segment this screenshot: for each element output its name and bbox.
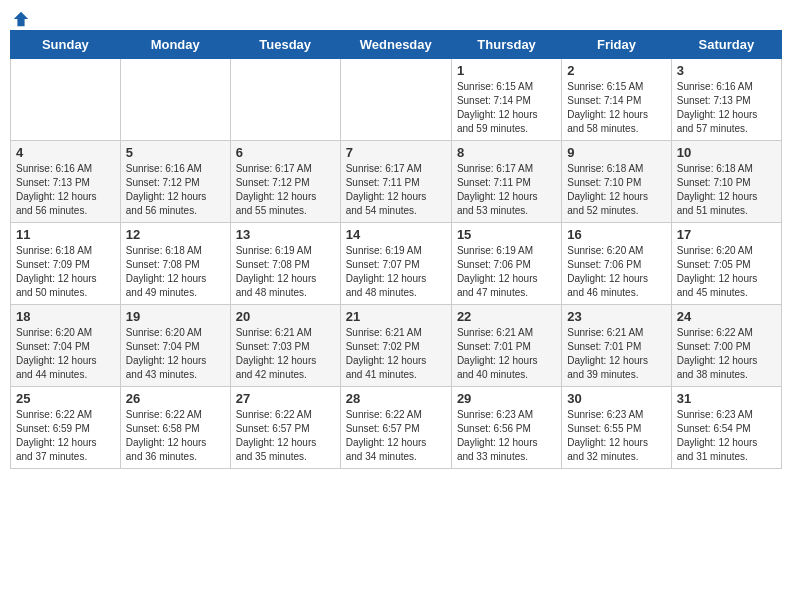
day-number: 14 — [346, 227, 446, 242]
calendar-cell — [230, 59, 340, 141]
calendar-cell: 21Sunrise: 6:21 AM Sunset: 7:02 PM Dayli… — [340, 305, 451, 387]
calendar-table: SundayMondayTuesdayWednesdayThursdayFrid… — [10, 30, 782, 469]
day-info: Sunrise: 6:15 AM Sunset: 7:14 PM Dayligh… — [457, 80, 556, 136]
day-info: Sunrise: 6:18 AM Sunset: 7:10 PM Dayligh… — [677, 162, 776, 218]
day-number: 26 — [126, 391, 225, 406]
day-info: Sunrise: 6:23 AM Sunset: 6:55 PM Dayligh… — [567, 408, 665, 464]
calendar-cell: 4Sunrise: 6:16 AM Sunset: 7:13 PM Daylig… — [11, 141, 121, 223]
day-number: 21 — [346, 309, 446, 324]
calendar-cell: 13Sunrise: 6:19 AM Sunset: 7:08 PM Dayli… — [230, 223, 340, 305]
day-info: Sunrise: 6:23 AM Sunset: 6:56 PM Dayligh… — [457, 408, 556, 464]
day-header-friday: Friday — [562, 31, 671, 59]
calendar-week-row: 4Sunrise: 6:16 AM Sunset: 7:13 PM Daylig… — [11, 141, 782, 223]
day-header-monday: Monday — [120, 31, 230, 59]
day-number: 10 — [677, 145, 776, 160]
day-info: Sunrise: 6:22 AM Sunset: 7:00 PM Dayligh… — [677, 326, 776, 382]
calendar-cell: 8Sunrise: 6:17 AM Sunset: 7:11 PM Daylig… — [451, 141, 561, 223]
calendar-cell: 1Sunrise: 6:15 AM Sunset: 7:14 PM Daylig… — [451, 59, 561, 141]
day-info: Sunrise: 6:22 AM Sunset: 6:57 PM Dayligh… — [346, 408, 446, 464]
day-info: Sunrise: 6:17 AM Sunset: 7:11 PM Dayligh… — [346, 162, 446, 218]
day-info: Sunrise: 6:18 AM Sunset: 7:08 PM Dayligh… — [126, 244, 225, 300]
day-header-saturday: Saturday — [671, 31, 781, 59]
calendar-cell: 24Sunrise: 6:22 AM Sunset: 7:00 PM Dayli… — [671, 305, 781, 387]
calendar-cell: 25Sunrise: 6:22 AM Sunset: 6:59 PM Dayli… — [11, 387, 121, 469]
day-number: 8 — [457, 145, 556, 160]
day-number: 13 — [236, 227, 335, 242]
calendar-cell — [120, 59, 230, 141]
day-info: Sunrise: 6:19 AM Sunset: 7:06 PM Dayligh… — [457, 244, 556, 300]
calendar-cell: 2Sunrise: 6:15 AM Sunset: 7:14 PM Daylig… — [562, 59, 671, 141]
calendar-cell: 19Sunrise: 6:20 AM Sunset: 7:04 PM Dayli… — [120, 305, 230, 387]
day-info: Sunrise: 6:19 AM Sunset: 7:07 PM Dayligh… — [346, 244, 446, 300]
calendar-cell: 17Sunrise: 6:20 AM Sunset: 7:05 PM Dayli… — [671, 223, 781, 305]
day-info: Sunrise: 6:22 AM Sunset: 6:58 PM Dayligh… — [126, 408, 225, 464]
day-info: Sunrise: 6:15 AM Sunset: 7:14 PM Dayligh… — [567, 80, 665, 136]
day-number: 2 — [567, 63, 665, 78]
day-number: 28 — [346, 391, 446, 406]
day-info: Sunrise: 6:20 AM Sunset: 7:06 PM Dayligh… — [567, 244, 665, 300]
calendar-cell: 15Sunrise: 6:19 AM Sunset: 7:06 PM Dayli… — [451, 223, 561, 305]
calendar-body: 1Sunrise: 6:15 AM Sunset: 7:14 PM Daylig… — [11, 59, 782, 469]
day-number: 11 — [16, 227, 115, 242]
day-number: 20 — [236, 309, 335, 324]
day-number: 31 — [677, 391, 776, 406]
day-info: Sunrise: 6:19 AM Sunset: 7:08 PM Dayligh… — [236, 244, 335, 300]
day-number: 16 — [567, 227, 665, 242]
day-header-wednesday: Wednesday — [340, 31, 451, 59]
day-info: Sunrise: 6:21 AM Sunset: 7:02 PM Dayligh… — [346, 326, 446, 382]
day-number: 3 — [677, 63, 776, 78]
day-number: 7 — [346, 145, 446, 160]
calendar-week-row: 1Sunrise: 6:15 AM Sunset: 7:14 PM Daylig… — [11, 59, 782, 141]
calendar-week-row: 18Sunrise: 6:20 AM Sunset: 7:04 PM Dayli… — [11, 305, 782, 387]
calendar-cell: 27Sunrise: 6:22 AM Sunset: 6:57 PM Dayli… — [230, 387, 340, 469]
calendar-cell: 10Sunrise: 6:18 AM Sunset: 7:10 PM Dayli… — [671, 141, 781, 223]
logo-icon — [12, 10, 30, 28]
day-info: Sunrise: 6:21 AM Sunset: 7:03 PM Dayligh… — [236, 326, 335, 382]
day-info: Sunrise: 6:16 AM Sunset: 7:12 PM Dayligh… — [126, 162, 225, 218]
day-number: 15 — [457, 227, 556, 242]
day-number: 5 — [126, 145, 225, 160]
logo — [10, 10, 30, 22]
day-info: Sunrise: 6:20 AM Sunset: 7:05 PM Dayligh… — [677, 244, 776, 300]
day-header-sunday: Sunday — [11, 31, 121, 59]
day-header-thursday: Thursday — [451, 31, 561, 59]
day-number: 23 — [567, 309, 665, 324]
calendar-cell: 12Sunrise: 6:18 AM Sunset: 7:08 PM Dayli… — [120, 223, 230, 305]
calendar-cell: 23Sunrise: 6:21 AM Sunset: 7:01 PM Dayli… — [562, 305, 671, 387]
day-number: 22 — [457, 309, 556, 324]
calendar-cell: 29Sunrise: 6:23 AM Sunset: 6:56 PM Dayli… — [451, 387, 561, 469]
calendar-cell: 11Sunrise: 6:18 AM Sunset: 7:09 PM Dayli… — [11, 223, 121, 305]
day-info: Sunrise: 6:17 AM Sunset: 7:11 PM Dayligh… — [457, 162, 556, 218]
calendar-cell: 16Sunrise: 6:20 AM Sunset: 7:06 PM Dayli… — [562, 223, 671, 305]
day-number: 19 — [126, 309, 225, 324]
calendar-cell: 30Sunrise: 6:23 AM Sunset: 6:55 PM Dayli… — [562, 387, 671, 469]
calendar-week-row: 11Sunrise: 6:18 AM Sunset: 7:09 PM Dayli… — [11, 223, 782, 305]
calendar-cell: 14Sunrise: 6:19 AM Sunset: 7:07 PM Dayli… — [340, 223, 451, 305]
calendar-week-row: 25Sunrise: 6:22 AM Sunset: 6:59 PM Dayli… — [11, 387, 782, 469]
day-number: 24 — [677, 309, 776, 324]
calendar-header-row: SundayMondayTuesdayWednesdayThursdayFrid… — [11, 31, 782, 59]
day-info: Sunrise: 6:20 AM Sunset: 7:04 PM Dayligh… — [126, 326, 225, 382]
calendar-cell: 6Sunrise: 6:17 AM Sunset: 7:12 PM Daylig… — [230, 141, 340, 223]
calendar-cell — [340, 59, 451, 141]
calendar-cell: 3Sunrise: 6:16 AM Sunset: 7:13 PM Daylig… — [671, 59, 781, 141]
day-number: 6 — [236, 145, 335, 160]
calendar-cell: 28Sunrise: 6:22 AM Sunset: 6:57 PM Dayli… — [340, 387, 451, 469]
day-info: Sunrise: 6:17 AM Sunset: 7:12 PM Dayligh… — [236, 162, 335, 218]
calendar-cell: 9Sunrise: 6:18 AM Sunset: 7:10 PM Daylig… — [562, 141, 671, 223]
calendar-cell: 26Sunrise: 6:22 AM Sunset: 6:58 PM Dayli… — [120, 387, 230, 469]
day-header-tuesday: Tuesday — [230, 31, 340, 59]
calendar-cell — [11, 59, 121, 141]
day-info: Sunrise: 6:21 AM Sunset: 7:01 PM Dayligh… — [567, 326, 665, 382]
day-info: Sunrise: 6:16 AM Sunset: 7:13 PM Dayligh… — [677, 80, 776, 136]
calendar-cell: 20Sunrise: 6:21 AM Sunset: 7:03 PM Dayli… — [230, 305, 340, 387]
day-number: 18 — [16, 309, 115, 324]
day-info: Sunrise: 6:18 AM Sunset: 7:09 PM Dayligh… — [16, 244, 115, 300]
day-info: Sunrise: 6:21 AM Sunset: 7:01 PM Dayligh… — [457, 326, 556, 382]
day-info: Sunrise: 6:22 AM Sunset: 6:59 PM Dayligh… — [16, 408, 115, 464]
day-info: Sunrise: 6:18 AM Sunset: 7:10 PM Dayligh… — [567, 162, 665, 218]
day-info: Sunrise: 6:16 AM Sunset: 7:13 PM Dayligh… — [16, 162, 115, 218]
calendar-cell: 22Sunrise: 6:21 AM Sunset: 7:01 PM Dayli… — [451, 305, 561, 387]
calendar-cell: 18Sunrise: 6:20 AM Sunset: 7:04 PM Dayli… — [11, 305, 121, 387]
day-number: 17 — [677, 227, 776, 242]
